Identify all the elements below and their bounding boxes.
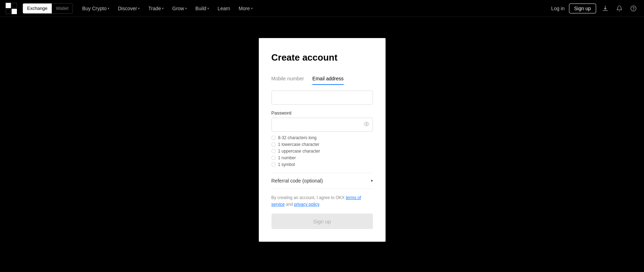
- logo[interactable]: [6, 3, 17, 14]
- tab-email[interactable]: Email address: [312, 73, 344, 85]
- chevron-icon: ▾: [162, 7, 164, 10]
- exchange-toggle-btn[interactable]: Exchange: [23, 4, 52, 13]
- hint-circle-icon: [271, 136, 276, 140]
- nav-right: Log in Sign up: [551, 4, 638, 13]
- navbar: Exchange Wallet Buy Crypto ▾ Discover ▾ …: [0, 0, 644, 17]
- nav-grow[interactable]: Grow ▾: [169, 4, 190, 13]
- hint-circle-icon: [271, 156, 276, 160]
- terms-text: By creating an account, I agree to OKX t…: [271, 194, 373, 208]
- password-hints: 8-32 characters long 1 lowercase charact…: [271, 135, 373, 167]
- hint-circle-icon: [271, 142, 276, 147]
- main-content: Create account Mobile number Email addre…: [0, 17, 644, 272]
- tab-mobile[interactable]: Mobile number: [271, 73, 304, 85]
- page-title: Create account: [271, 52, 373, 63]
- download-icon[interactable]: [600, 4, 610, 13]
- auth-tabs: Mobile number Email address: [271, 73, 373, 85]
- referral-code-row[interactable]: Referral code (optional) ▾: [271, 173, 373, 189]
- hint-number-text: 1 number: [278, 155, 296, 160]
- password-label: Password: [271, 110, 373, 116]
- chevron-icon: ▾: [207, 7, 209, 10]
- hint-length-text: 8-32 characters long: [278, 135, 317, 140]
- toggle-password-icon[interactable]: [364, 121, 369, 128]
- password-input-wrapper: [271, 118, 373, 132]
- wallet-toggle-btn[interactable]: Wallet: [52, 4, 73, 13]
- referral-label: Referral code (optional): [271, 178, 323, 184]
- nav-buy-crypto[interactable]: Buy Crypto ▾: [79, 4, 113, 13]
- nav-more[interactable]: More ▾: [235, 4, 256, 13]
- hint-number: 1 number: [271, 155, 373, 160]
- notifications-icon[interactable]: [614, 4, 624, 13]
- svg-point-0: [631, 6, 636, 11]
- chevron-icon: ▾: [185, 7, 187, 10]
- email-field[interactable]: [271, 91, 373, 105]
- hint-lowercase-text: 1 lowercase character: [278, 142, 319, 147]
- nav-discover[interactable]: Discover ▾: [114, 4, 143, 13]
- help-icon[interactable]: [629, 4, 638, 13]
- password-field[interactable]: [271, 118, 373, 132]
- chevron-icon: ▾: [108, 7, 110, 10]
- hint-symbol: 1 symbol: [271, 162, 373, 167]
- hint-length: 8-32 characters long: [271, 135, 373, 140]
- password-group: Password 8-32 characters long: [271, 110, 373, 167]
- create-account-card: Create account Mobile number Email addre…: [259, 38, 386, 242]
- svg-point-2: [366, 123, 367, 125]
- hint-uppercase: 1 uppercase character: [271, 149, 373, 154]
- nav-learn[interactable]: Learn: [214, 4, 234, 13]
- email-group: [271, 91, 373, 105]
- privacy-policy-link[interactable]: privacy policy: [294, 202, 319, 207]
- hint-circle-icon: [271, 162, 276, 167]
- hint-circle-icon: [271, 149, 276, 153]
- submit-signup-button[interactable]: Sign up: [271, 214, 373, 229]
- hint-uppercase-text: 1 uppercase character: [278, 149, 320, 154]
- hint-lowercase: 1 lowercase character: [271, 142, 373, 147]
- chevron-icon: ▾: [251, 7, 253, 10]
- nav-trade[interactable]: Trade ▾: [145, 4, 167, 13]
- login-button[interactable]: Log in: [551, 6, 564, 11]
- chevron-down-icon: ▾: [371, 178, 373, 183]
- hint-symbol-text: 1 symbol: [278, 162, 295, 167]
- chevron-icon: ▾: [138, 7, 140, 10]
- nav-build[interactable]: Build ▾: [192, 4, 213, 13]
- signup-nav-button[interactable]: Sign up: [569, 4, 596, 13]
- email-input-wrapper: [271, 91, 373, 105]
- svg-point-1: [633, 10, 634, 10]
- exchange-wallet-toggle[interactable]: Exchange Wallet: [23, 3, 73, 14]
- nav-links: Buy Crypto ▾ Discover ▾ Trade ▾ Grow ▾ B…: [79, 4, 256, 13]
